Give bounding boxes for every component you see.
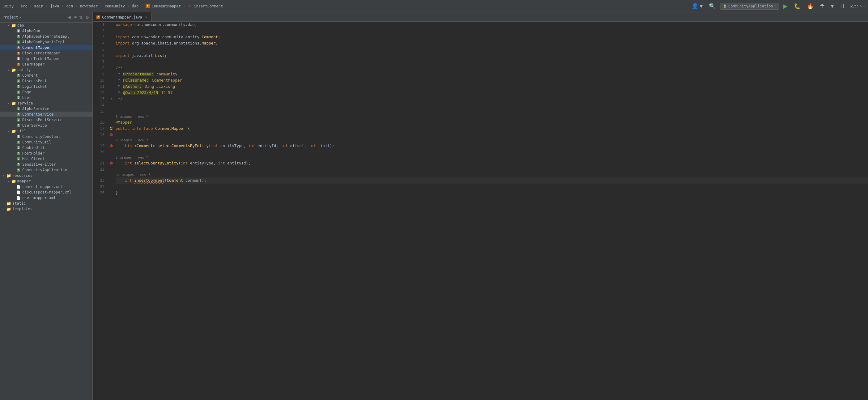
suspend-button[interactable]: ⏸ xyxy=(838,2,847,10)
search-button[interactable]: 🔍 xyxy=(707,2,717,10)
sidebar-item-User[interactable]: CUser xyxy=(0,95,92,100)
code-line-10: * @Classname: CommentMapper xyxy=(116,77,868,84)
sidebar-item-CommunityConstant[interactable]: ICommunityConstant xyxy=(0,134,92,140)
sidebar-item-discusspost-mapper.xml[interactable]: 📄discusspost-mapper.xml xyxy=(0,189,92,195)
tree-icon-util: 📁 xyxy=(11,129,16,133)
sidebar-collapse-button[interactable]: ≡ xyxy=(73,14,77,21)
tree-label-SensitiveFilter: SensitiveFilter xyxy=(22,162,56,166)
sidebar-item-SensitiveFilter[interactable]: CSensitiveFilter xyxy=(0,162,92,167)
code-line-9: * @Projectname: community xyxy=(116,71,868,77)
run-button[interactable]: ▶ xyxy=(781,2,789,10)
sidebar-item-DiscussPost[interactable]: CDiscussPost xyxy=(0,78,92,84)
line-number-8: 8 xyxy=(95,65,104,71)
line-number-25: 25 xyxy=(95,190,104,196)
run-config-selector[interactable]: 🍃 CommunityApplication ▾ xyxy=(720,3,779,9)
breadcrumb-nowcoder[interactable]: nowcoder xyxy=(80,4,98,8)
sidebar-item-HostHolder[interactable]: CHostHolder xyxy=(0,151,92,156)
line-number-17: 17 xyxy=(95,125,104,132)
sidebar-dropdown-icon[interactable]: ▾ xyxy=(20,16,22,20)
sidebar-item-mapper[interactable]: ▾📁mapper xyxy=(0,178,92,184)
more-run-button[interactable]: ▾ xyxy=(829,2,836,10)
sidebar-item-CommunityUtil[interactable]: CCommunityUtil xyxy=(0,140,92,145)
profile-run-button[interactable]: 🔥 xyxy=(805,2,815,10)
code-line-5 xyxy=(116,47,868,53)
sidebar-item-DiscussPostMapper[interactable]: MDiscussPostMapper xyxy=(0,51,92,56)
breadcrumb-unity[interactable]: unity xyxy=(2,4,13,8)
sidebar-item-util[interactable]: ▾📁util xyxy=(0,128,92,134)
profile-button[interactable]: 👤 ▾ xyxy=(690,2,705,10)
method-icon: ⬡ xyxy=(188,4,192,8)
sidebar-item-static[interactable]: ›📁static xyxy=(0,201,92,206)
sidebar-item-resources[interactable]: ▾📁resources xyxy=(0,173,92,178)
file-tree: ▾📁daoIAlphaDaoCAlphaDaoHibernateImplCAlp… xyxy=(0,23,92,212)
sidebar-item-Page[interactable]: CPage xyxy=(0,89,92,95)
tree-icon-DiscussPostMapper: M xyxy=(16,51,21,55)
breadcrumb-community[interactable]: community xyxy=(105,4,125,8)
tree-label-static: static xyxy=(12,201,26,206)
breadcrumb-main[interactable]: main xyxy=(34,4,43,8)
main-area: Project ▾ ⊕ ≡ ⇅ ⚙ ▾📁daoIAlphaDaoCAlphaDa… xyxy=(0,12,868,400)
sidebar-item-AlphaDao[interactable]: IAlphaDao xyxy=(0,28,92,34)
breadcrumb-commentmapper[interactable]: CommentMapper xyxy=(152,4,181,8)
git-edit-icon: ✎ xyxy=(860,4,862,8)
tree-icon-entity: 📁 xyxy=(11,68,16,72)
sidebar-item-LoginTicket[interactable]: CLoginTicket xyxy=(0,84,92,89)
line-number-9: 9 xyxy=(95,71,104,77)
sidebar-item-CommentService[interactable]: CCommentService xyxy=(0,112,92,117)
sidebar-settings-button[interactable]: ⚙ xyxy=(85,14,90,21)
tree-label-DiscussPostService: DiscussPostService xyxy=(22,118,62,122)
gutter-17: 🍃🐞 xyxy=(108,125,114,132)
code-line-12: * @Data:2023/4/19 12:57 xyxy=(116,90,868,96)
breadcrumb-src[interactable]: src xyxy=(21,4,28,8)
gutter-8 xyxy=(108,65,114,71)
code-line-15 xyxy=(116,108,868,114)
line-number-1: 1 xyxy=(95,22,104,28)
breadcrumb-insertcomment[interactable]: insertComment xyxy=(194,4,223,8)
gutter-19: 🐞 xyxy=(108,143,114,149)
line-number-24: 24 xyxy=(95,184,104,190)
git-check-icon: ✓ xyxy=(863,4,866,8)
sidebar-item-user-mapper.xml[interactable]: 📄user-mapper.xml xyxy=(0,195,92,201)
sidebar-item-MailClient[interactable]: CMailClient xyxy=(0,156,92,162)
tree-icon-user-mapper.xml: 📄 xyxy=(16,196,21,200)
sidebar-item-LoginTicketMapper[interactable]: ILoginTicketMapper xyxy=(0,56,92,62)
gutter-25 xyxy=(108,190,114,196)
code-line-4: import org.apache.ibatis.annotations.Map… xyxy=(116,40,868,47)
coverage-button[interactable]: ☂ xyxy=(818,2,827,10)
code-line-19: List<Comment> selectCommentsByEntity(int… xyxy=(116,143,868,149)
tree-label-resources: resources xyxy=(12,174,32,178)
sidebar-item-AlphaDaoHibernateImpl[interactable]: CAlphaDaoHibernateImpl xyxy=(0,34,92,39)
breadcrumb-com[interactable]: com xyxy=(66,4,73,8)
sidebar-item-service[interactable]: ▾📁service xyxy=(0,100,92,106)
git-status: Git: ✎ ✓ xyxy=(850,4,866,8)
sidebar-item-Comment[interactable]: CComment xyxy=(0,73,92,78)
breadcrumb-dao[interactable]: dao xyxy=(132,4,139,8)
tree-icon-HostHolder: C xyxy=(16,151,21,155)
tab-close-button[interactable]: ✕ xyxy=(145,15,148,19)
tree-icon-CommunityApplication: A xyxy=(16,168,21,172)
debug-button[interactable]: 🐛 xyxy=(792,2,803,10)
sidebar-locate-button[interactable]: ⊕ xyxy=(67,14,72,21)
hint-line: no usages new * xyxy=(116,173,868,178)
sidebar-item-CommunityApplication[interactable]: ACommunityApplication xyxy=(0,167,92,173)
sidebar-item-CommentMapper[interactable]: MCommentMapper xyxy=(0,45,92,51)
sidebar-expand-button[interactable]: ⇅ xyxy=(79,14,84,21)
tab-commentmapper[interactable]: M CommentMapper.java ✕ xyxy=(93,12,152,21)
line-number-20: 20 xyxy=(95,149,104,155)
sidebar-item-AlphaService[interactable]: CAlphaService xyxy=(0,106,92,112)
sidebar-item-templates[interactable]: ›📁templates xyxy=(0,206,92,212)
sidebar-toolbar: ⊕ ≡ ⇅ ⚙ xyxy=(67,14,90,21)
sidebar-item-CookieUtil[interactable]: CCookieUtil xyxy=(0,145,92,151)
sidebar-item-UserMapper[interactable]: MUserMapper xyxy=(0,62,92,67)
sidebar-item-dao[interactable]: ▾📁dao xyxy=(0,23,92,28)
sidebar-item-AlphaDaoMybatisImpl[interactable]: CAlphaDaoMybatisImpl xyxy=(0,39,92,45)
breadcrumb-java[interactable]: java xyxy=(51,4,59,8)
code-editor[interactable]: 1234567891011121314151617181920212223242… xyxy=(93,22,868,400)
sidebar-item-entity[interactable]: ▾📁entity xyxy=(0,67,92,73)
sidebar-item-DiscussPostService[interactable]: CDiscussPostService xyxy=(0,117,92,123)
tree-label-CookieUtil: CookieUtil xyxy=(22,146,44,150)
tree-icon-discusspost-mapper.xml: 📄 xyxy=(16,190,21,194)
breadcrumb-sep-5: › xyxy=(75,4,78,8)
sidebar-item-UserService[interactable]: CUserService xyxy=(0,123,92,128)
sidebar-item-comment-mapper.xml[interactable]: 📄comment-mapper.xml xyxy=(0,184,92,189)
